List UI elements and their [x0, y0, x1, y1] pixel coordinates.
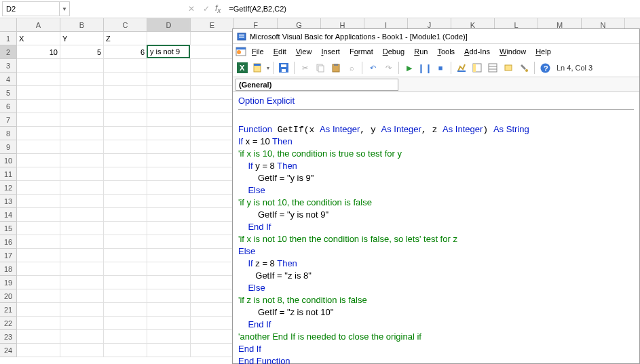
cell-C4[interactable] [104, 73, 147, 86]
cell-C17[interactable] [104, 249, 147, 262]
cell-D16[interactable] [147, 235, 191, 249]
cell-B14[interactable] [60, 208, 104, 222]
cell-A9[interactable] [17, 140, 60, 154]
row-header-7[interactable]: 7 [0, 113, 17, 127]
cell-E2[interactable] [189, 45, 233, 59]
cell-C3[interactable] [104, 59, 147, 73]
cell-C8[interactable] [104, 127, 147, 140]
cell-B2[interactable]: 5 [60, 45, 104, 59]
cell-D2[interactable]: y is not 9 [147, 45, 190, 58]
cell-B8[interactable] [60, 127, 104, 140]
code-pane[interactable]: Option Explicit Function GetIf(x As Inte… [233, 92, 639, 364]
cell-C16[interactable] [104, 235, 147, 249]
row-header-14[interactable]: 14 [0, 208, 17, 222]
cell-D8[interactable] [147, 127, 191, 140]
cell-E13[interactable] [191, 195, 234, 208]
menu-insert[interactable]: Insert [317, 46, 344, 57]
copy-icon[interactable] [314, 61, 327, 75]
project-explorer-icon[interactable] [470, 61, 484, 75]
cell-E23[interactable] [191, 330, 234, 344]
cell-D1[interactable] [147, 32, 191, 45]
menu-window[interactable]: Window [495, 46, 530, 57]
cell-C15[interactable] [104, 222, 147, 235]
cell-B6[interactable] [60, 100, 104, 113]
col-header-C[interactable]: C [104, 18, 147, 31]
cell-C14[interactable] [104, 208, 147, 222]
cell-D22[interactable] [147, 317, 191, 330]
cell-E10[interactable] [191, 154, 234, 167]
cell-B17[interactable] [60, 249, 104, 262]
cell-C13[interactable] [104, 195, 147, 208]
cell-E7[interactable] [191, 113, 234, 127]
col-header-A[interactable]: A [17, 18, 60, 31]
row-header-6[interactable]: 6 [0, 100, 17, 113]
row-header-21[interactable]: 21 [0, 303, 17, 317]
cell-E15[interactable] [191, 222, 234, 235]
cell-A5[interactable] [17, 86, 60, 100]
cell-B24[interactable] [60, 344, 104, 357]
cell-A2[interactable]: 10 [17, 45, 60, 59]
row-header-10[interactable]: 10 [0, 154, 17, 167]
cut-icon[interactable]: ✂ [298, 61, 312, 75]
row-header-1[interactable]: 1 [0, 32, 17, 45]
cell-B10[interactable] [60, 154, 104, 167]
cell-D19[interactable] [147, 276, 191, 289]
cell-B13[interactable] [60, 195, 104, 208]
menu-run[interactable]: Run [410, 46, 432, 57]
design-mode-icon[interactable] [455, 61, 468, 75]
menu-view[interactable]: View [292, 46, 316, 57]
cell-A7[interactable] [17, 113, 60, 127]
cell-A11[interactable] [17, 167, 60, 181]
cell-A23[interactable] [17, 330, 60, 344]
vbe-titlebar[interactable]: Microsoft Visual Basic for Applications … [233, 29, 639, 44]
row-header-8[interactable]: 8 [0, 127, 17, 140]
cell-D15[interactable] [147, 222, 191, 235]
cell-E20[interactable] [191, 289, 234, 303]
formula-input[interactable]: =GetIf(A2,B2,C2) [225, 1, 640, 16]
help-icon[interactable]: ? [538, 61, 552, 75]
cell-A15[interactable] [17, 222, 60, 235]
row-header-15[interactable]: 15 [0, 222, 17, 235]
col-header-B[interactable]: B [60, 18, 104, 31]
toolbox-icon[interactable] [517, 61, 531, 75]
paste-icon[interactable] [329, 61, 343, 75]
name-box-dropdown[interactable]: ▼ [60, 1, 70, 16]
cell-A19[interactable] [17, 276, 60, 289]
cell-D4[interactable] [147, 73, 191, 86]
cell-D21[interactable] [147, 303, 191, 317]
row-header-17[interactable]: 17 [0, 249, 17, 262]
properties-icon[interactable] [486, 61, 500, 75]
cell-B11[interactable] [60, 167, 104, 181]
cell-A24[interactable] [17, 344, 60, 357]
cell-E17[interactable] [191, 249, 234, 262]
cell-E6[interactable] [191, 100, 234, 113]
undo-icon[interactable]: ↶ [366, 61, 379, 75]
redo-icon[interactable]: ↷ [381, 61, 395, 75]
cell-D18[interactable] [147, 262, 191, 276]
row-header-22[interactable]: 22 [0, 317, 17, 330]
row-header-16[interactable]: 16 [0, 235, 17, 249]
menu-addins[interactable]: Add-Ins [460, 46, 494, 57]
cell-C5[interactable] [104, 86, 147, 100]
cell-D17[interactable] [147, 249, 191, 262]
cell-C10[interactable] [104, 154, 147, 167]
menu-file[interactable]: File [248, 46, 268, 57]
menu-debug[interactable]: Debug [379, 46, 409, 57]
cell-D12[interactable] [147, 181, 191, 195]
cell-B20[interactable] [60, 289, 104, 303]
cell-C1[interactable]: Z [104, 32, 147, 45]
cell-C23[interactable] [104, 330, 147, 344]
cell-A22[interactable] [17, 317, 60, 330]
cell-E16[interactable] [191, 235, 234, 249]
menu-tools[interactable]: Tools [433, 46, 459, 57]
cell-C7[interactable] [104, 113, 147, 127]
cell-C12[interactable] [104, 181, 147, 195]
cell-A12[interactable] [17, 181, 60, 195]
row-header-9[interactable]: 9 [0, 140, 17, 154]
cell-A14[interactable] [17, 208, 60, 222]
cell-A18[interactable] [17, 262, 60, 276]
cell-D6[interactable] [147, 100, 191, 113]
cell-B3[interactable] [60, 59, 104, 73]
cell-E21[interactable] [191, 303, 234, 317]
cell-A21[interactable] [17, 303, 60, 317]
